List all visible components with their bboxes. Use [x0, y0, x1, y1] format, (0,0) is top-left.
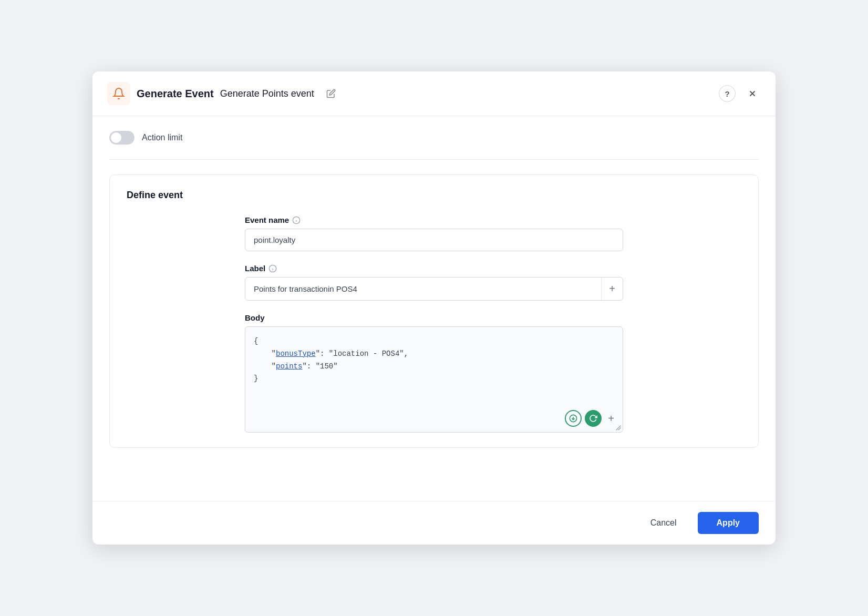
download-action-btn[interactable] — [565, 410, 582, 427]
action-limit-label: Action limit — [142, 133, 182, 142]
code-value-points: "150" — [316, 362, 338, 371]
modal-header: Generate Event Generate Points event ? — [92, 71, 776, 116]
event-name-group: Event name — [245, 215, 623, 251]
code-key-points: points — [276, 362, 302, 371]
refresh-action-btn[interactable] — [585, 410, 602, 427]
form-section: Event name Label — [245, 215, 623, 433]
define-event-card: Define event Event name — [109, 174, 759, 448]
action-limit-toggle[interactable] — [109, 131, 135, 145]
divider — [109, 159, 759, 160]
define-event-title: Define event — [127, 190, 741, 201]
download-icon — [569, 414, 577, 423]
header-actions: ? — [719, 85, 761, 102]
event-name-input[interactable] — [245, 229, 623, 251]
close-button[interactable] — [744, 85, 761, 102]
header-subtitle: Generate Points event — [220, 88, 314, 99]
refresh-icon — [589, 414, 597, 423]
close-icon — [748, 89, 757, 98]
label-input-wrap: + — [245, 277, 623, 301]
label-input[interactable] — [245, 278, 601, 300]
label-label: Label — [245, 264, 623, 273]
code-add-button[interactable]: + — [605, 412, 617, 425]
edit-icon — [326, 89, 336, 98]
code-brace-open: { — [254, 337, 258, 345]
body-textarea-wrap: { "bonusType": "location - POS4", "point… — [245, 326, 623, 433]
body-actions: + — [565, 410, 617, 427]
edit-button[interactable] — [322, 85, 338, 102]
bell-icon — [112, 87, 125, 100]
event-name-label: Event name — [245, 215, 623, 224]
apply-button[interactable]: Apply — [698, 512, 759, 534]
modal-container: Generate Event Generate Points event ? — [92, 71, 776, 545]
code-key-bonusType: bonusType — [276, 350, 316, 358]
code-plus-icon: + — [608, 413, 614, 425]
modal-footer: Cancel Apply — [92, 501, 776, 545]
body-group: Body { "bonusType": "location - POS4", "… — [245, 313, 623, 433]
label-group: Label + — [245, 264, 623, 301]
plus-icon: + — [609, 283, 615, 295]
code-brace-close: } — [254, 374, 258, 383]
code-value-bonusType: "location - POS4", — [329, 350, 408, 358]
help-button[interactable]: ? — [719, 85, 736, 102]
question-icon: ? — [725, 89, 729, 98]
resize-handle-icon[interactable] — [615, 425, 622, 431]
cancel-button[interactable]: Cancel — [636, 512, 691, 534]
event-name-info-icon — [292, 216, 301, 224]
label-add-button[interactable]: + — [601, 278, 623, 300]
app-icon-wrap — [107, 82, 130, 105]
action-limit-row: Action limit — [109, 131, 759, 145]
body-label: Body — [245, 313, 623, 322]
label-info-icon — [268, 264, 277, 273]
app-title: Generate Event — [137, 88, 214, 100]
toggle-slider — [109, 131, 135, 145]
modal-body: Action limit Define event Event name — [92, 116, 776, 501]
